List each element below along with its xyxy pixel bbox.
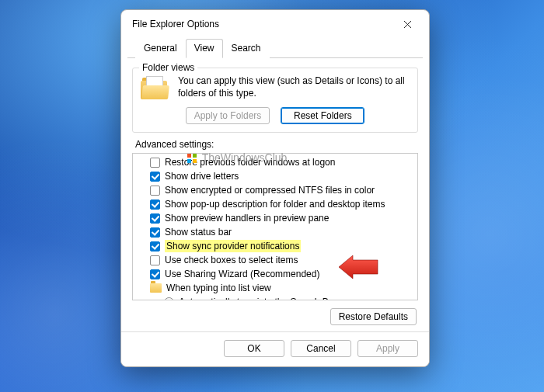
watermark: TheWindowsClub [187, 151, 287, 164]
option-label: Use Sharing Wizard (Recommended) [165, 268, 319, 280]
checkbox-icon[interactable] [150, 255, 160, 265]
option-auto-type-search[interactable]: Automatically type into the Search Box [133, 295, 417, 300]
option-label: Show drive letters [165, 170, 239, 182]
reset-folders-button[interactable]: Reset Folders [281, 107, 364, 124]
option-status-bar[interactable]: Show status bar [133, 225, 417, 239]
checkbox-icon[interactable] [150, 186, 160, 196]
watermark-text: TheWindowsClub [202, 151, 288, 164]
dialog-button-bar: OK Cancel Apply [121, 331, 429, 366]
option-sharing-wizard[interactable]: Use Sharing Wizard (Recommended) [133, 267, 417, 281]
folder-views-label: Folder views [139, 62, 197, 73]
option-label: When typing into list view [166, 282, 271, 294]
option-label: Use check boxes to select items [165, 254, 298, 266]
dialog-title: File Explorer Options [132, 19, 390, 29]
checkbox-icon[interactable] [150, 172, 160, 182]
checkbox-icon[interactable] [150, 213, 160, 224]
option-label: Show pop-up description for folder and d… [165, 198, 385, 210]
folder-views-group: Folder views You can apply this view (su… [132, 68, 418, 133]
option-label: Show sync provider notifications [165, 240, 301, 252]
option-use-checkboxes[interactable]: Use check boxes to select items [133, 253, 417, 267]
option-sync-provider-notifications[interactable]: Show sync provider notifications [133, 239, 417, 253]
tab-general[interactable]: General [135, 39, 186, 58]
option-preview-handlers[interactable]: Show preview handlers in preview pane [133, 211, 417, 225]
option-label: Show encrypted or compressed NTFS files … [165, 184, 375, 196]
tab-search[interactable]: Search [223, 39, 270, 58]
titlebar: File Explorer Options [121, 10, 429, 38]
checkbox-icon[interactable] [150, 199, 160, 210]
checkbox-icon[interactable] [150, 269, 160, 279]
folder-icon [150, 283, 162, 293]
restore-defaults-button[interactable]: Restore Defaults [330, 308, 417, 325]
apply-to-folders-button[interactable]: Apply to Folders [186, 107, 270, 124]
advanced-settings-list[interactable]: Restore previous folder windows at logon… [132, 153, 418, 300]
folder-icon [141, 75, 170, 99]
checkbox-icon[interactable] [150, 158, 160, 168]
tab-content-view: Folder views You can apply this view (su… [121, 58, 429, 331]
option-label: Show preview handlers in preview pane [165, 212, 329, 224]
advanced-settings-label: Advanced settings: [135, 139, 418, 150]
file-explorer-options-dialog: File Explorer Options General View Searc… [120, 9, 430, 367]
apply-button[interactable]: Apply [357, 340, 418, 357]
close-icon [403, 20, 412, 29]
tab-strip: General View Search [127, 38, 423, 58]
option-encrypted-color[interactable]: Show encrypted or compressed NTFS files … [133, 183, 417, 197]
option-when-typing-group[interactable]: When typing into list view [133, 281, 417, 295]
tab-view[interactable]: View [186, 39, 223, 58]
option-drive-letters[interactable]: Show drive letters [133, 169, 417, 183]
close-button[interactable] [390, 12, 424, 36]
ok-button[interactable]: OK [224, 340, 284, 357]
cancel-button[interactable]: Cancel [291, 340, 351, 357]
radio-icon[interactable] [164, 297, 174, 301]
checkbox-icon[interactable] [150, 227, 160, 238]
windows-logo-icon [187, 153, 197, 164]
option-label: Automatically type into the Search Box [179, 296, 338, 300]
folder-views-text: You can apply this view (such as Details… [178, 75, 410, 99]
option-label: Show status bar [165, 226, 232, 238]
checkbox-icon[interactable] [150, 241, 160, 252]
option-popup-description[interactable]: Show pop-up description for folder and d… [133, 197, 417, 211]
